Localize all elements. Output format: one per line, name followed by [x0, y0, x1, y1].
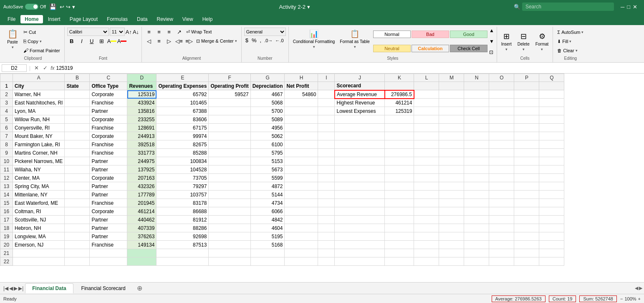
- cell-r17c4[interactable]: 440462: [127, 216, 157, 224]
- close-icon[interactable]: ✕: [633, 4, 637, 10]
- cell-r22c8[interactable]: [285, 257, 318, 266]
- cell-r5c17[interactable]: [539, 115, 564, 124]
- cell-r14c1[interactable]: Mittenlane, NY: [13, 191, 65, 199]
- row-header-19[interactable]: 19: [0, 232, 13, 241]
- cell-r21c3[interactable]: [90, 249, 127, 257]
- redo-icon[interactable]: ↪: [66, 4, 71, 10]
- cell-r11c2[interactable]: [65, 166, 90, 174]
- header-cell-10[interactable]: Scorecard: [335, 82, 385, 90]
- cell-r15c15[interactable]: [489, 199, 514, 207]
- cell-r19c15[interactable]: [489, 232, 514, 241]
- cell-r21c11[interactable]: [385, 249, 414, 257]
- header-cell-9[interactable]: [318, 82, 335, 90]
- styles-scroll-up-icon[interactable]: ▲: [489, 28, 494, 33]
- cell-r21c14[interactable]: [464, 249, 489, 257]
- cell-r18c10[interactable]: [335, 224, 385, 232]
- cell-r6c16[interactable]: [514, 124, 539, 132]
- cell-r11c11[interactable]: [385, 166, 414, 174]
- cell-r5c9[interactable]: [318, 115, 335, 124]
- cell-r21c4[interactable]: [127, 249, 157, 257]
- cell-r20c12[interactable]: [414, 241, 439, 249]
- cell-r20c11[interactable]: [385, 241, 414, 249]
- header-cell-17[interactable]: [539, 82, 564, 90]
- cell-r12c14[interactable]: [464, 174, 489, 182]
- cell-r16c2[interactable]: [65, 207, 90, 216]
- header-cell-12[interactable]: [414, 82, 439, 90]
- cell-r22c13[interactable]: [439, 257, 464, 266]
- cell-r16c8[interactable]: [285, 207, 318, 216]
- cell-r4c5[interactable]: 67388: [157, 107, 209, 115]
- cell-r18c14[interactable]: [464, 224, 489, 232]
- decrease-decimal-button[interactable]: ←.0: [274, 38, 284, 43]
- cell-r10c3[interactable]: Partner: [90, 157, 127, 166]
- cell-r11c16[interactable]: [514, 166, 539, 174]
- col-header-j[interactable]: J: [335, 74, 385, 82]
- cell-r22c11[interactable]: [385, 257, 414, 266]
- col-header-c[interactable]: C: [90, 74, 127, 82]
- cell-r19c17[interactable]: [539, 232, 564, 241]
- cell-r3c13[interactable]: [439, 99, 464, 107]
- cell-r17c7[interactable]: 4842: [250, 216, 285, 224]
- cell-r7c13[interactable]: [439, 132, 464, 140]
- cell-r9c14[interactable]: [464, 149, 489, 157]
- cell-r2c8[interactable]: 54860: [285, 90, 318, 99]
- cell-r18c4[interactable]: 407339: [127, 224, 157, 232]
- align-top-left-icon[interactable]: ≡: [144, 28, 154, 36]
- header-cell-13[interactable]: [439, 82, 464, 90]
- cell-r11c15[interactable]: [489, 166, 514, 174]
- cell-r18c11[interactable]: [385, 224, 414, 232]
- cell-r4c13[interactable]: [439, 107, 464, 115]
- cell-r2c11[interactable]: 276986.5: [385, 90, 414, 99]
- cell-r12c17[interactable]: [539, 174, 564, 182]
- wrap-text-button[interactable]: ⏎ Wrap Text: [184, 28, 213, 36]
- rotate-text-icon[interactable]: ↗: [174, 28, 184, 36]
- header-cell-2[interactable]: State: [65, 82, 90, 90]
- cell-r6c6[interactable]: [209, 124, 250, 132]
- cell-r8c12[interactable]: [414, 140, 439, 149]
- cell-r7c14[interactable]: [464, 132, 489, 140]
- cell-r21c13[interactable]: [439, 249, 464, 257]
- cell-r4c8[interactable]: [285, 107, 318, 115]
- cell-r22c9[interactable]: [318, 257, 335, 266]
- merge-center-button[interactable]: ⊡ Merge & Center ▾: [194, 37, 239, 45]
- cell-r7c11[interactable]: [385, 132, 414, 140]
- cell-r10c14[interactable]: [464, 157, 489, 166]
- cell-r16c12[interactable]: [414, 207, 439, 216]
- cell-r9c16[interactable]: [514, 149, 539, 157]
- cell-r16c6[interactable]: [209, 207, 250, 216]
- cell-r20c10[interactable]: [335, 241, 385, 249]
- autosum-button[interactable]: Σ AutoSum ▾: [556, 28, 585, 36]
- cell-r6c12[interactable]: [414, 124, 439, 132]
- cell-r22c3[interactable]: [90, 257, 127, 266]
- cell-r8c2[interactable]: [65, 140, 90, 149]
- format-as-table-button[interactable]: 📋 Format as Table ▾: [338, 28, 371, 50]
- style-bad-button[interactable]: Bad: [412, 31, 449, 38]
- cell-r10c8[interactable]: [285, 157, 318, 166]
- increase-decimal-button[interactable]: .0→: [263, 38, 273, 43]
- cell-r7c3[interactable]: Corporate: [90, 132, 127, 140]
- cell-r19c16[interactable]: [514, 232, 539, 241]
- cell-r8c5[interactable]: 82675: [157, 140, 209, 149]
- cell-r2c2[interactable]: [65, 90, 90, 99]
- menu-review[interactable]: Review: [152, 15, 177, 23]
- cell-r19c1[interactable]: Longview, MA: [13, 232, 65, 241]
- cell-r9c7[interactable]: 5795: [250, 149, 285, 157]
- cell-r15c14[interactable]: [464, 199, 489, 207]
- cell-r11c4[interactable]: 137925: [127, 166, 157, 174]
- copy-button[interactable]: ⎘ Copy ▾: [22, 37, 62, 46]
- cell-r21c5[interactable]: [157, 249, 209, 257]
- cell-r2c6[interactable]: 59527: [209, 90, 250, 99]
- menu-home[interactable]: Home: [20, 15, 43, 23]
- cell-r17c13[interactable]: [439, 216, 464, 224]
- cell-r13c7[interactable]: 4872: [250, 182, 285, 191]
- percent-button[interactable]: %: [250, 37, 258, 44]
- tab-first-icon[interactable]: |◀: [3, 285, 8, 291]
- font-color-button[interactable]: A: [117, 37, 126, 45]
- cell-r19c14[interactable]: [464, 232, 489, 241]
- cell-r3c5[interactable]: 101465: [157, 99, 209, 107]
- cell-r13c16[interactable]: [514, 182, 539, 191]
- cell-r22c15[interactable]: [489, 257, 514, 266]
- increase-indent-icon[interactable]: ≡▷: [184, 37, 194, 45]
- cell-r2c9[interactable]: [318, 90, 335, 99]
- cell-r13c5[interactable]: 79297: [157, 182, 209, 191]
